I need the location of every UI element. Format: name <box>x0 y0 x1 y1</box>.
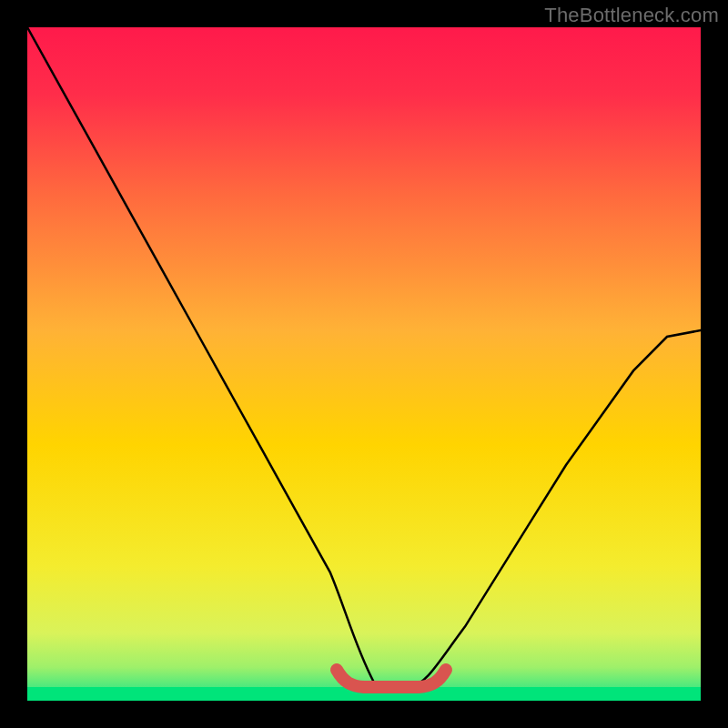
chart-svg <box>27 27 701 701</box>
watermark-text: TheBottleneck.com <box>544 4 719 27</box>
plot-area <box>27 27 701 701</box>
gradient-background <box>27 27 701 701</box>
chart-frame: TheBottleneck.com <box>0 0 728 728</box>
